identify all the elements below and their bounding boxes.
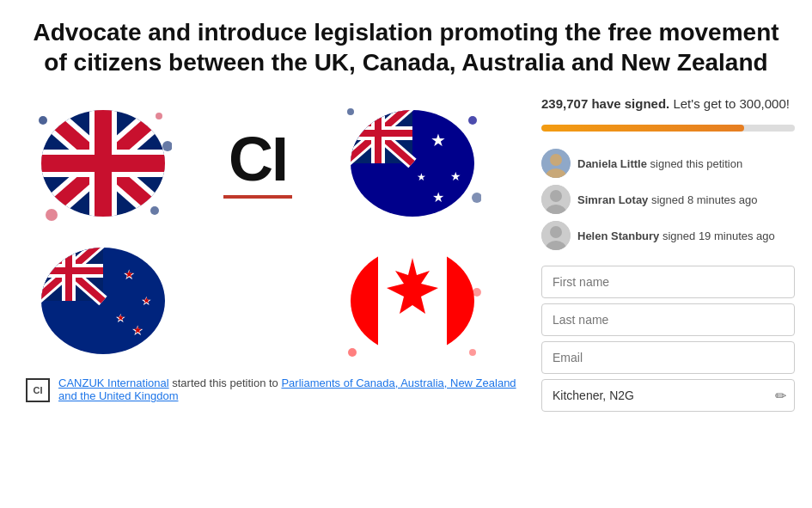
signer-name-1: Daniela Little signed this petition xyxy=(577,157,742,170)
ci-underline xyxy=(223,195,292,199)
signer-item-3: Helen Stanbury signed 19 minutes ago xyxy=(541,221,795,250)
signer-avatar-2 xyxy=(541,185,571,214)
first-name-input[interactable] xyxy=(541,266,795,298)
svg-point-68 xyxy=(550,226,562,238)
flags-grid: CI xyxy=(26,95,524,370)
svg-rect-56 xyxy=(447,241,481,361)
location-wrapper: ✏ xyxy=(541,379,795,412)
svg-point-11 xyxy=(156,113,162,119)
svg-rect-9 xyxy=(34,155,172,172)
signer-item: Daniela Little signed this petition xyxy=(541,149,795,178)
ci-logo-main: CI xyxy=(180,95,335,232)
svg-point-31 xyxy=(347,108,354,115)
signer-name-2: Simran Lotay signed 8 minutes ago xyxy=(577,193,758,206)
signature-count: 239,707 have signed. Let's get to 300,00… xyxy=(541,95,795,113)
australia-flag: ★ ★ ★ ★ xyxy=(335,95,490,232)
svg-text:★: ★ xyxy=(117,313,125,322)
svg-point-59 xyxy=(344,278,353,289)
form-section: ✏ xyxy=(541,266,795,412)
svg-point-10 xyxy=(39,116,47,125)
svg-point-58 xyxy=(469,349,476,356)
svg-text:★: ★ xyxy=(133,324,143,336)
svg-point-65 xyxy=(550,190,562,202)
svg-point-60 xyxy=(473,288,481,297)
svg-rect-26 xyxy=(344,130,412,137)
left-panel: CI xyxy=(26,95,524,412)
started-text: started this petition to xyxy=(172,376,278,389)
progress-bar-container xyxy=(541,125,795,132)
location-input[interactable] xyxy=(541,379,795,412)
svg-point-32 xyxy=(468,116,477,125)
location-edit-icon[interactable]: ✏ xyxy=(775,388,786,404)
svg-text:★: ★ xyxy=(143,296,150,305)
svg-point-62 xyxy=(550,154,562,166)
org-link[interactable]: CANZUK International xyxy=(58,376,169,389)
uk-flag xyxy=(26,95,180,232)
right-panel: 239,707 have signed. Let's get to 300,00… xyxy=(541,95,795,412)
signer-avatar-3 xyxy=(541,221,571,250)
svg-text:★: ★ xyxy=(417,171,426,183)
svg-point-57 xyxy=(348,348,357,357)
petition-starter-text: CANZUK International started this petiti… xyxy=(58,376,524,402)
signer-name-3: Helen Stanbury signed 19 minutes ago xyxy=(577,230,775,242)
signature-goal-text: Let's get to 300,000! xyxy=(669,96,790,111)
svg-point-33 xyxy=(472,193,481,203)
svg-point-14 xyxy=(46,209,58,221)
svg-rect-55 xyxy=(344,241,378,361)
last-name-input[interactable] xyxy=(541,303,795,336)
svg-text:★: ★ xyxy=(450,169,461,183)
ci-text: CI xyxy=(229,128,287,190)
ci-small-logo: CI xyxy=(26,378,50,402)
signer-item-2: Simran Lotay signed 8 minutes ago xyxy=(541,185,795,214)
petition-starter: CI CANZUK International started this pet… xyxy=(26,376,524,402)
center-bottom xyxy=(180,232,335,370)
progress-bar-fill xyxy=(541,125,744,132)
svg-point-13 xyxy=(34,185,43,193)
svg-rect-44 xyxy=(34,267,103,274)
svg-text:★: ★ xyxy=(125,268,134,280)
svg-point-12 xyxy=(162,141,172,151)
signers-list: Daniela Little signed this petition Simr… xyxy=(541,149,795,250)
signature-count-bold: 239,707 have signed. xyxy=(541,96,669,111)
signer-avatar-1 xyxy=(541,149,571,178)
svg-point-15 xyxy=(150,206,159,215)
svg-text:★: ★ xyxy=(430,131,446,150)
email-input[interactable] xyxy=(541,341,795,374)
page-title: Advocate and introduce legislation promo… xyxy=(26,17,786,77)
new-zealand-flag: ★ ★ ★ ★ ★ ★ ★ ★ xyxy=(26,232,180,370)
canada-flag xyxy=(335,232,490,370)
svg-text:★: ★ xyxy=(432,190,444,205)
